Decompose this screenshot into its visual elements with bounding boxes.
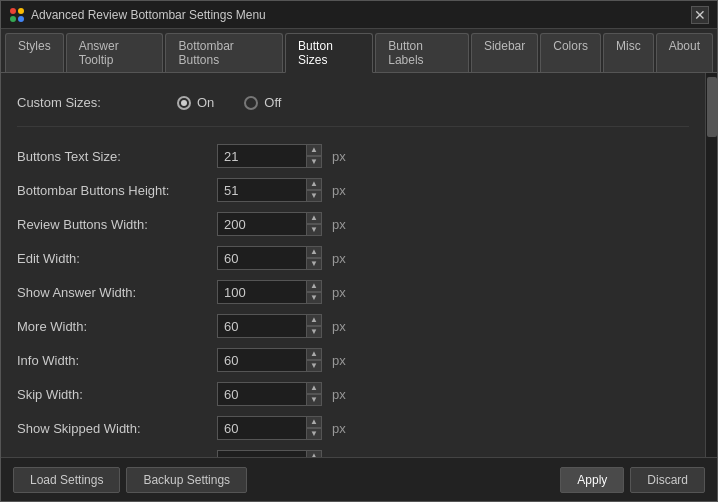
unit-label-0: px	[332, 149, 346, 164]
spinner-buttons-4: ▲ ▼	[306, 280, 322, 304]
load-settings-button[interactable]: Load Settings	[13, 467, 120, 493]
spinner-up-6[interactable]: ▲	[306, 348, 322, 360]
settings-container: Buttons Text Size: ▲ ▼ px Bottombar Butt…	[17, 139, 689, 457]
spinner-buttons-1: ▲ ▼	[306, 178, 322, 202]
spinner-up-0[interactable]: ▲	[306, 144, 322, 156]
spinner-down-8[interactable]: ▼	[306, 428, 322, 440]
spinner-container-9: ▲ ▼ px	[217, 450, 346, 457]
spinner-container-5: ▲ ▼ px	[217, 314, 346, 338]
backup-settings-button[interactable]: Backup Settings	[126, 467, 247, 493]
settings-row: Skip Width: ▲ ▼ px	[17, 377, 689, 411]
spinner-input-4[interactable]	[217, 280, 317, 304]
unit-label-2: px	[332, 217, 346, 232]
app-icon	[9, 7, 25, 23]
spinner-input-0[interactable]	[217, 144, 317, 168]
spinner-up-4[interactable]: ▲	[306, 280, 322, 292]
spinner-buttons-5: ▲ ▼	[306, 314, 322, 338]
settings-row: Review Buttons Width: ▲ ▼ px	[17, 207, 689, 241]
unit-label-5: px	[332, 319, 346, 334]
settings-label-1: Bottombar Buttons Height:	[17, 183, 217, 198]
tab-misc[interactable]: Misc	[603, 33, 654, 72]
unit-label-7: px	[332, 387, 346, 402]
spinner-container-0: ▲ ▼ px	[217, 144, 346, 168]
tab-sidebar[interactable]: Sidebar	[471, 33, 538, 72]
spinner-up-8[interactable]: ▲	[306, 416, 322, 428]
tab-styles[interactable]: Styles	[5, 33, 64, 72]
radio-off-label: Off	[264, 95, 281, 110]
tabs-bar: Styles Answer Tooltip Bottombar Buttons …	[1, 29, 717, 73]
discard-button[interactable]: Discard	[630, 467, 705, 493]
spinner-input-3[interactable]	[217, 246, 317, 270]
apply-button[interactable]: Apply	[560, 467, 624, 493]
spinner-input-5[interactable]	[217, 314, 317, 338]
main-window: Advanced Review Bottombar Settings Menu …	[0, 0, 718, 502]
settings-label-3: Edit Width:	[17, 251, 217, 266]
spinner-container-6: ▲ ▼ px	[217, 348, 346, 372]
spinner-buttons-8: ▲ ▼	[306, 416, 322, 440]
tab-about[interactable]: About	[656, 33, 713, 72]
spinner-input-7[interactable]	[217, 382, 317, 406]
spinner-container-2: ▲ ▼ px	[217, 212, 346, 236]
spinner-container-4: ▲ ▼ px	[217, 280, 346, 304]
radio-on[interactable]: On	[177, 95, 214, 110]
spinner-buttons-0: ▲ ▼	[306, 144, 322, 168]
spinner-up-7[interactable]: ▲	[306, 382, 322, 394]
custom-sizes-label: Custom Sizes:	[17, 95, 177, 110]
spinner-up-1[interactable]: ▲	[306, 178, 322, 190]
custom-sizes-row: Custom Sizes: On Off	[17, 87, 689, 127]
settings-row: Edit Width: ▲ ▼ px	[17, 241, 689, 275]
tab-answer-tooltip[interactable]: Answer Tooltip	[66, 33, 164, 72]
settings-row: Show Skipped Width: ▲ ▼ px	[17, 411, 689, 445]
scrollbar[interactable]	[705, 73, 717, 457]
window-title: Advanced Review Bottombar Settings Menu	[31, 8, 691, 22]
spinner-up-5[interactable]: ▲	[306, 314, 322, 326]
settings-label-2: Review Buttons Width:	[17, 217, 217, 232]
spinner-buttons-3: ▲ ▼	[306, 246, 322, 270]
spinner-down-7[interactable]: ▼	[306, 394, 322, 406]
spinner-down-4[interactable]: ▼	[306, 292, 322, 304]
tab-button-labels[interactable]: Button Labels	[375, 33, 469, 72]
title-bar: Advanced Review Bottombar Settings Menu …	[1, 1, 717, 29]
radio-off-circle[interactable]	[244, 96, 258, 110]
spinner-down-2[interactable]: ▼	[306, 224, 322, 236]
spinner-buttons-6: ▲ ▼	[306, 348, 322, 372]
spinner-container-3: ▲ ▼ px	[217, 246, 346, 270]
spinner-input-9[interactable]	[217, 450, 317, 457]
unit-label-1: px	[332, 183, 346, 198]
close-button[interactable]: ✕	[691, 6, 709, 24]
tab-bottombar-buttons[interactable]: Bottombar Buttons	[165, 33, 283, 72]
settings-label-5: More Width:	[17, 319, 217, 334]
svg-point-0	[10, 8, 16, 14]
spinner-down-3[interactable]: ▼	[306, 258, 322, 270]
spinner-down-6[interactable]: ▼	[306, 360, 322, 372]
settings-row: Info Width: ▲ ▼ px	[17, 343, 689, 377]
spinner-input-1[interactable]	[217, 178, 317, 202]
spinner-input-6[interactable]	[217, 348, 317, 372]
radio-off[interactable]: Off	[244, 95, 281, 110]
radio-on-circle[interactable]	[177, 96, 191, 110]
unit-label-6: px	[332, 353, 346, 368]
bottom-right: Apply Discard	[560, 467, 705, 493]
spinner-down-0[interactable]: ▼	[306, 156, 322, 168]
svg-point-3	[18, 16, 24, 22]
spinner-container-1: ▲ ▼ px	[217, 178, 346, 202]
bottom-bar: Load Settings Backup Settings Apply Disc…	[1, 457, 717, 501]
spinner-container-7: ▲ ▼ px	[217, 382, 346, 406]
spinner-buttons-7: ▲ ▼	[306, 382, 322, 406]
svg-point-2	[10, 16, 16, 22]
spinner-down-1[interactable]: ▼	[306, 190, 322, 202]
spinner-up-3[interactable]: ▲	[306, 246, 322, 258]
settings-row: Undo Width: ▲ ▼ px	[17, 445, 689, 457]
tab-button-sizes[interactable]: Button Sizes	[285, 33, 373, 73]
scrollbar-thumb[interactable]	[707, 77, 717, 137]
settings-label-8: Show Skipped Width:	[17, 421, 217, 436]
unit-label-3: px	[332, 251, 346, 266]
content-area: Custom Sizes: On Off Buttons Text Size:	[1, 73, 717, 457]
tab-colors[interactable]: Colors	[540, 33, 601, 72]
spinner-up-2[interactable]: ▲	[306, 212, 322, 224]
spinner-buttons-2: ▲ ▼	[306, 212, 322, 236]
spinner-input-8[interactable]	[217, 416, 317, 440]
spinner-down-5[interactable]: ▼	[306, 326, 322, 338]
spinner-up-9[interactable]: ▲	[306, 450, 322, 457]
spinner-input-2[interactable]	[217, 212, 317, 236]
